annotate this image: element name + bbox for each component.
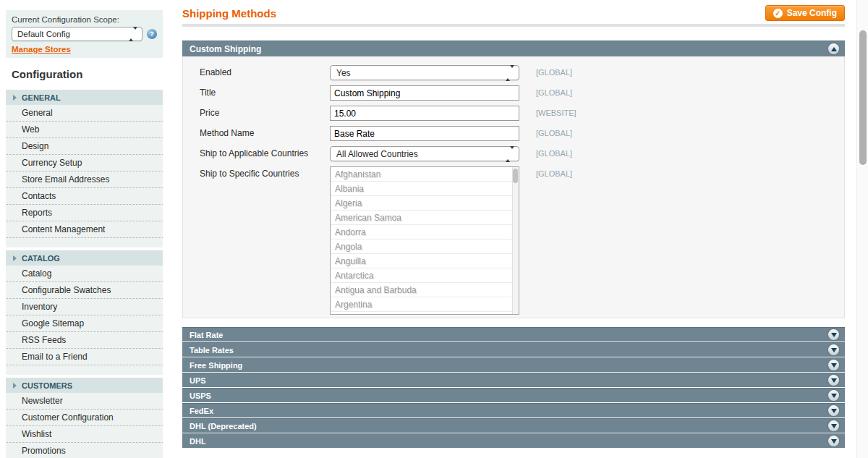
shipping-accordions: Flat RateTable RatesFree ShippingUPSUSPS… <box>182 327 845 449</box>
field-row-ship-to-applicable-countries: Ship to Applicable CountriesAll Allowed … <box>200 146 844 161</box>
accordion-usps[interactable]: USPS <box>182 388 845 402</box>
multiselect-option-american-samoa[interactable]: American Samoa <box>331 211 519 225</box>
chevron-right-icon <box>13 95 17 101</box>
sidebar-item-configurable-swatches[interactable]: Configurable Swatches <box>6 282 163 299</box>
sidebar-item-rss-feeds[interactable]: RSS Feeds <box>6 332 163 349</box>
sidebar-item-newsletter[interactable]: Newsletter <box>6 393 163 410</box>
save-config-button[interactable]: ✓ Save Config <box>765 5 845 21</box>
multiselect-scrollbar-thumb[interactable] <box>513 169 518 183</box>
field-label-price: Price <box>200 106 330 121</box>
collapse-down-icon[interactable] <box>828 436 839 446</box>
sidebar-item-inventory[interactable]: Inventory <box>6 299 163 315</box>
ship-to-specific-countries-multiselect[interactable]: AfghanistanAlbaniaAlgeriaAmerican SamoaA… <box>330 166 519 315</box>
accordion-fedex[interactable]: FedEx <box>182 403 845 417</box>
save-config-label: Save Config <box>787 8 837 18</box>
sidebar-item-catalog[interactable]: Catalog <box>6 266 163 282</box>
sidebar-section-catalog: CATALOGCatalogConfigurable SwatchesInven… <box>6 250 163 375</box>
sidebar-section-customers: CUSTOMERSNewsletterCustomer Configuratio… <box>6 378 163 458</box>
multiselect-option-algeria[interactable]: Algeria <box>331 196 519 211</box>
price-input[interactable] <box>330 106 519 121</box>
sidebar-section-general: GENERALGeneralWebDesignCurrency SetupSto… <box>6 90 163 247</box>
accordion-label-ups: UPS <box>190 376 206 385</box>
sidebar-item-contacts[interactable]: Contacts <box>6 188 163 205</box>
accordion-label-flat-rate: Flat Rate <box>190 331 223 339</box>
accordion-flat-rate[interactable]: Flat Rate <box>182 327 845 342</box>
page-scrollbar[interactable] <box>856 0 868 458</box>
accordion-table-rates[interactable]: Table Rates <box>182 342 845 357</box>
manage-stores-link[interactable]: Manage Stores <box>12 45 71 54</box>
multiselect-option-afghanistan[interactable]: Afghanistan <box>331 167 519 182</box>
field-row-enabled: EnabledYes[GLOBAL] <box>200 65 844 80</box>
collapse-down-icon[interactable] <box>828 420 839 431</box>
scope-label-title: [GLOBAL] <box>536 85 572 101</box>
field-label-title: Title <box>200 85 330 101</box>
scope-label-ship-to-applicable-countries: [GLOBAL] <box>536 146 572 161</box>
field-row-method-name: Method Name[GLOBAL] <box>200 126 844 141</box>
collapse-down-icon[interactable] <box>828 344 839 355</box>
enabled-select[interactable]: Yes <box>330 65 519 80</box>
accordion-label-table-rates: Table Rates <box>190 346 234 355</box>
sidebar-item-google-sitemap[interactable]: Google Sitemap <box>6 315 163 332</box>
collapse-up-icon[interactable] <box>828 43 839 54</box>
title-input[interactable] <box>330 85 519 101</box>
accordion-label-dhl-deprecated: DHL (Deprecated) <box>190 422 257 431</box>
sidebar-item-currency-setup[interactable]: Currency Setup <box>6 155 163 171</box>
collapse-down-icon[interactable] <box>828 390 839 401</box>
sidebar-title: Configuration <box>6 58 163 90</box>
sidebar-item-content-management[interactable]: Content Management <box>6 221 163 238</box>
scope-select-value: Default Config <box>17 30 70 38</box>
fields-container: EnabledYes[GLOBAL]Title[GLOBAL]Price[WEB… <box>200 65 844 315</box>
multiselect-option-argentina[interactable]: Argentina <box>331 297 519 312</box>
multiselect-scrollbar[interactable] <box>512 167 519 314</box>
sidebar-item-reports[interactable]: Reports <box>6 205 163 221</box>
scope-label-price: [WEBSITE] <box>536 106 576 121</box>
sidebar-item-design[interactable]: Design <box>6 138 163 155</box>
chevron-right-icon <box>13 383 17 389</box>
scrollbar-thumb[interactable] <box>859 30 867 165</box>
sidebar-item-email-to-a-friend[interactable]: Email to a Friend <box>6 349 163 365</box>
custom-shipping-body: EnabledYes[GLOBAL]Title[GLOBAL]Price[WEB… <box>182 56 845 318</box>
ship-to-applicable-countries-select-value: All Allowed Countries <box>336 149 418 159</box>
sidebar-section-header-customers[interactable]: CUSTOMERS <box>6 378 163 393</box>
accordion-free-shipping[interactable]: Free Shipping <box>182 357 845 372</box>
sidebar: Current Configuration Scope: Default Con… <box>6 0 163 458</box>
chevron-right-icon <box>13 255 17 261</box>
custom-shipping-header[interactable]: Custom Shipping <box>182 41 845 56</box>
enabled-select-value: Yes <box>336 68 351 78</box>
scope-select[interactable]: Default Config <box>12 27 142 41</box>
sidebar-item-promotions[interactable]: Promotions <box>6 443 163 458</box>
accordion-dhl[interactable]: DHL <box>182 433 845 448</box>
scope-label-ship-to-specific-countries: [GLOBAL] <box>536 166 572 315</box>
help-icon[interactable]: ? <box>147 29 157 39</box>
sidebar-section-items: CatalogConfigurable SwatchesInventoryGoo… <box>6 266 163 375</box>
accordion-ups[interactable]: UPS <box>182 373 845 387</box>
sidebar-item-wishlist[interactable]: Wishlist <box>6 426 163 443</box>
main-content: Shipping Methods ✓ Save Config Custom Sh… <box>182 0 845 458</box>
sidebar-section-header-catalog[interactable]: CATALOG <box>6 250 163 266</box>
accordion-label-fedex: FedEx <box>190 407 213 415</box>
collapse-down-icon[interactable] <box>828 360 839 370</box>
method-name-input[interactable] <box>330 126 519 141</box>
ship-to-applicable-countries-select[interactable]: All Allowed Countries <box>330 146 519 161</box>
field-row-price: Price[WEBSITE] <box>200 106 844 121</box>
multiselect-option-anguilla[interactable]: Anguilla <box>331 254 519 268</box>
sidebar-item-general[interactable]: General <box>6 105 163 122</box>
multiselect-option-angola[interactable]: Angola <box>331 239 519 254</box>
multiselect-option-andorra[interactable]: Andorra <box>331 225 519 239</box>
multiselect-option-albania[interactable]: Albania <box>331 182 519 196</box>
sidebar-item-store-email-addresses[interactable]: Store Email Addresses <box>6 171 163 188</box>
collapse-down-icon[interactable] <box>828 329 839 340</box>
collapse-down-icon[interactable] <box>828 405 839 416</box>
sidebar-item-web[interactable]: Web <box>6 122 163 138</box>
multiselect-option-antarctica[interactable]: Antarctica <box>331 268 519 283</box>
field-label-ship-to-specific-countries: Ship to Specific Countries <box>200 166 330 315</box>
sidebar-section-label: CUSTOMERS <box>22 381 72 390</box>
sidebar-section-header-general[interactable]: GENERAL <box>6 90 163 105</box>
multiselect-option-antigua-and-barbuda[interactable]: Antigua and Barbuda <box>331 283 519 297</box>
sidebar-item-customer-configuration[interactable]: Customer Configuration <box>6 410 163 426</box>
accordion-dhl-deprecated[interactable]: DHL (Deprecated) <box>182 418 845 433</box>
collapse-down-icon[interactable] <box>828 375 839 386</box>
select-stepper-icon <box>506 149 514 159</box>
sidebar-section-label: GENERAL <box>22 93 61 102</box>
check-icon: ✓ <box>773 9 783 18</box>
